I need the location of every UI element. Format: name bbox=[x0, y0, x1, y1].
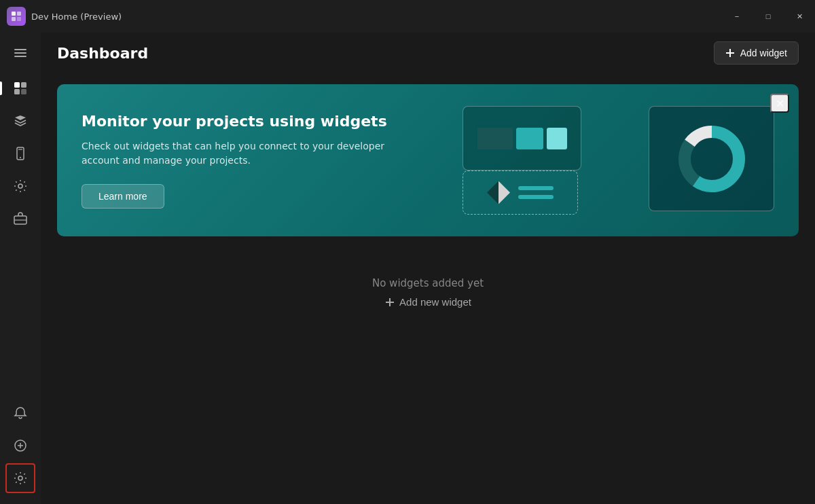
svg-rect-4 bbox=[14, 49, 26, 50]
svg-point-12 bbox=[20, 157, 21, 158]
page-title: Dashboard bbox=[57, 45, 148, 62]
line-2 bbox=[518, 195, 554, 199]
main-layout: Dashboard Add widget Monitor your projec… bbox=[0, 33, 815, 504]
menu-button[interactable] bbox=[5, 38, 35, 68]
svg-rect-2 bbox=[12, 17, 16, 21]
sidebar-item-device[interactable] bbox=[5, 139, 35, 168]
app-title: Dev Home (Preview) bbox=[31, 12, 122, 22]
top-bar: Dashboard Add widget bbox=[41, 33, 815, 73]
svg-rect-8 bbox=[21, 82, 26, 88]
sidebar-nav bbox=[5, 73, 35, 398]
svg-rect-7 bbox=[14, 82, 20, 88]
svg-rect-3 bbox=[17, 17, 21, 21]
close-button[interactable]: ✕ bbox=[784, 0, 815, 33]
sidebar-bottom bbox=[5, 398, 35, 499]
title-bar-controls: − □ ✕ bbox=[721, 0, 815, 33]
app-icon bbox=[7, 7, 26, 26]
banner-title: Monitor your projects using widgets bbox=[82, 113, 463, 130]
combined-arrow-icon bbox=[487, 181, 510, 204]
add-new-widget-button[interactable]: Add new widget bbox=[384, 296, 471, 308]
svg-rect-5 bbox=[14, 52, 26, 54]
arrow-left bbox=[487, 181, 499, 204]
minimize-button[interactable]: − bbox=[721, 0, 753, 33]
lines-group bbox=[518, 186, 554, 199]
add-new-widget-label: Add new widget bbox=[399, 296, 471, 308]
add-widget-label: Add widget bbox=[740, 48, 787, 58]
banner-content: Monitor your projects using widgets Chec… bbox=[82, 113, 463, 209]
plus-icon bbox=[384, 297, 395, 308]
svg-rect-0 bbox=[12, 12, 16, 16]
add-widget-button[interactable]: Add widget bbox=[714, 41, 799, 65]
donut-widget bbox=[649, 106, 774, 211]
svg-point-18 bbox=[18, 476, 22, 480]
svg-rect-9 bbox=[14, 89, 20, 94]
empty-state-message: No widgets added yet bbox=[372, 277, 484, 289]
sidebar-item-settings[interactable] bbox=[5, 463, 35, 493]
bar-light bbox=[547, 128, 567, 149]
banner-card: Monitor your projects using widgets Chec… bbox=[57, 84, 799, 236]
sidebar-item-dashboard[interactable] bbox=[5, 73, 35, 103]
sidebar-item-dev-settings[interactable] bbox=[5, 171, 35, 201]
banner-close-button[interactable]: ✕ bbox=[770, 94, 789, 113]
content-body: Monitor your projects using widgets Chec… bbox=[41, 73, 815, 504]
sidebar-item-projects[interactable] bbox=[5, 204, 35, 234]
donut-chart-svg bbox=[674, 122, 749, 196]
line-1 bbox=[518, 186, 554, 190]
sidebar-item-notifications[interactable] bbox=[5, 398, 35, 428]
bar-dark bbox=[477, 128, 513, 149]
sidebar-item-extensions[interactable] bbox=[5, 431, 35, 461]
bar-medium bbox=[516, 128, 543, 149]
learn-more-button[interactable]: Learn more bbox=[82, 184, 164, 209]
svg-rect-10 bbox=[21, 89, 26, 94]
bars-widget bbox=[463, 106, 581, 170]
svg-rect-6 bbox=[14, 56, 26, 57]
banner-illustration bbox=[463, 106, 774, 215]
svg-rect-1 bbox=[17, 12, 21, 16]
banner-description: Check out widgets that can help you conn… bbox=[82, 139, 421, 168]
sidebar-item-layers[interactable] bbox=[5, 106, 35, 136]
title-bar: Dev Home (Preview) − □ ✕ bbox=[0, 0, 815, 33]
empty-state: No widgets added yet Add new widget bbox=[57, 236, 799, 348]
sidebar bbox=[0, 33, 41, 504]
content-area: Dashboard Add widget Monitor your projec… bbox=[41, 33, 815, 504]
arrow-lines-widget bbox=[463, 170, 578, 215]
arrow-right bbox=[499, 181, 510, 204]
maximize-button[interactable]: □ bbox=[753, 0, 784, 33]
svg-point-14 bbox=[18, 184, 22, 188]
title-bar-left: Dev Home (Preview) bbox=[7, 7, 122, 26]
